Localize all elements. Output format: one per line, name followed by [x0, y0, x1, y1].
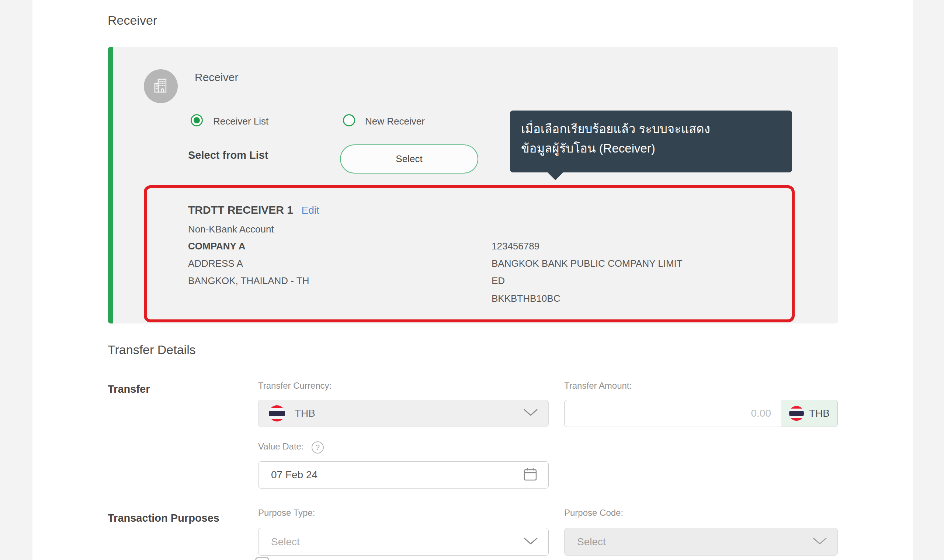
edit-link[interactable]: Edit — [301, 205, 319, 216]
receiver-card-header: TRDTT RECEIVER 1 Edit — [188, 204, 319, 216]
transfer-currency-select[interactable]: THB — [258, 400, 549, 427]
transfer-row-label: Transfer — [108, 383, 150, 395]
value-date-label: Value Date: — [258, 442, 304, 452]
tooltip-arrow — [547, 172, 564, 180]
value-date-value: 07 Feb 24 — [271, 469, 318, 481]
transfer-form-page: Receiver Receiver Receiver Li — [0, 0, 944, 560]
chevron-down-icon — [523, 409, 538, 418]
receiver-account-type: Non-KBank Account — [188, 224, 274, 235]
panel-accent-bar — [108, 47, 113, 323]
radio-new-receiver-label[interactable]: New Receiver — [365, 116, 425, 127]
transfer-currency-label: Transfer Currency: — [258, 381, 332, 391]
purpose-code-label: Purpose Code: — [564, 508, 623, 518]
purpose-code-select[interactable]: Select — [564, 528, 838, 555]
receiver-panel-title: Receiver — [195, 71, 238, 84]
calendar-icon[interactable] — [523, 466, 538, 483]
transfer-amount-field: THB — [564, 400, 838, 427]
purpose-type-select[interactable]: Select — [258, 528, 549, 555]
value-date-field[interactable]: 07 Feb 24 — [258, 461, 549, 489]
tooltip-line1: เมื่อเลือกเรียบร้อยแล้ว ระบบจะแสดง — [521, 119, 792, 139]
transaction-purposes-label: Transaction Purposes — [108, 512, 219, 524]
transfer-currency-value: THB — [295, 408, 315, 419]
chevron-down-icon — [812, 537, 827, 547]
receiver-bank-name-line2: ED — [492, 275, 505, 287]
receiver-account-number: 123456789 — [492, 241, 540, 252]
transfer-amount-label: Transfer Amount: — [564, 381, 632, 391]
select-button[interactable]: Select — [340, 145, 478, 174]
receiver-address: ADDRESS A — [188, 258, 243, 269]
building-icon — [152, 77, 170, 96]
amount-currency-suffix: THB — [781, 400, 838, 427]
help-icon[interactable]: ? — [312, 442, 324, 454]
purpose-type-placeholder: Select — [271, 536, 300, 548]
select-from-list-label: Select from List — [188, 149, 268, 162]
transfer-amount-input[interactable] — [565, 400, 781, 427]
receiver-name: TRDTT RECEIVER 1 — [188, 204, 293, 216]
tooltip-callout: เมื่อเลือกเรียบร้อยแล้ว ระบบจะแสดง ข้อมู… — [510, 111, 792, 172]
radio-new-receiver[interactable] — [343, 114, 355, 126]
receiver-swift-code: BKKBTHB10BC — [492, 293, 560, 304]
receiver-section-heading: Receiver — [108, 13, 157, 28]
radio-receiver-list[interactable] — [191, 114, 203, 126]
chevron-down-icon — [523, 537, 538, 547]
radio-selected-dot — [194, 117, 200, 123]
amount-currency-code: THB — [809, 408, 830, 419]
transfer-details-heading: Transfer Details — [108, 343, 196, 357]
receiver-company: COMPANY A — [188, 241, 245, 252]
bottom-checkbox[interactable] — [255, 557, 269, 560]
purpose-code-placeholder: Select — [577, 536, 606, 548]
tooltip-line2: ข้อมูลผู้รับโอน (Receiver) — [521, 139, 792, 158]
receiver-city-country: BANGKOK, THAILAND - TH — [188, 275, 309, 287]
radio-receiver-list-label[interactable]: Receiver List — [213, 116, 268, 127]
receiver-avatar — [144, 69, 178, 103]
purpose-type-label: Purpose Type: — [258, 508, 315, 518]
thailand-flag-icon — [269, 405, 285, 422]
receiver-bank-name-line1: BANGKOK BANK PUBLIC COMPANY LIMIT — [492, 258, 683, 269]
thailand-flag-icon — [789, 406, 804, 421]
